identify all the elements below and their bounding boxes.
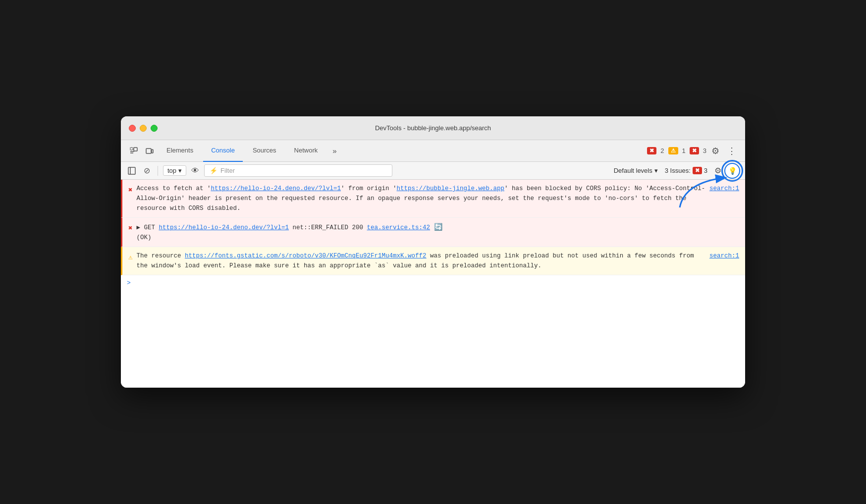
main-toolbar: Elements Console Sources Network » ✖ 2 ⚠… [121, 140, 745, 162]
svg-rect-6 [128, 167, 135, 174]
console-settings-icon[interactable]: ⚙ [714, 166, 721, 175]
device-icon[interactable] [143, 144, 157, 158]
tea-service-link[interactable]: tea.service.ts:42 [367, 224, 431, 231]
reload-icon: 🔄 [434, 223, 442, 231]
get-url-link[interactable]: https://hello-io-24.deno.dev/?lvl=1 [159, 224, 289, 231]
default-levels-selector[interactable]: Default levels ▾ [614, 167, 658, 174]
chevron-down-icon: ▾ [178, 167, 182, 174]
svg-rect-4 [146, 149, 151, 153]
minimize-button[interactable] [140, 125, 147, 132]
tab-console[interactable]: Console [203, 140, 243, 162]
issues-error-icon: ✖ [693, 167, 702, 174]
prompt-caret-icon: > [127, 279, 131, 287]
entry-text-preload: The resource https://fonts.gstatic.com/s… [136, 251, 739, 271]
ai-button-container: 💡 [724, 163, 740, 179]
title-bar: DevTools - bubble-jingle.web.app/search [121, 116, 745, 140]
cors-url-link[interactable]: https://hello-io-24.deno.dev/?lvl=1 [211, 185, 341, 192]
traffic-lights [129, 125, 158, 132]
entry-text-get: ▶ GET https://hello-io-24.deno.dev/?lvl=… [136, 222, 739, 243]
issue-count: 3 [703, 147, 706, 154]
chevron-down-icon: ▾ [654, 167, 658, 174]
error-count: 2 [660, 147, 664, 154]
console-content: ✖ Access to fetch at 'https://hello-io-2… [121, 180, 745, 388]
eye-icon[interactable]: 👁 [189, 165, 201, 177]
context-selector[interactable]: top ▾ [163, 165, 186, 176]
more-tabs-icon[interactable]: » [327, 144, 341, 158]
filter-icon: ⚡ [210, 167, 217, 174]
warn-source-link[interactable]: search:1 [709, 251, 739, 261]
console-entry-preload-warn: ⚠ The resource https://fonts.gstatic.com… [121, 247, 745, 275]
inspector-icon[interactable] [127, 144, 141, 158]
entry-text-cors: Access to fetch at 'https://hello-io-24.… [136, 184, 739, 213]
devtools-window: DevTools - bubble-jingle.web.app/search … [121, 116, 745, 388]
sidebar-toggle-icon[interactable] [126, 165, 138, 177]
console-entry-get-error: ✖ ▶ GET https://hello-io-24.deno.dev/?lv… [121, 218, 745, 247]
maximize-button[interactable] [151, 125, 158, 132]
more-options-button[interactable]: ⋮ [724, 146, 739, 156]
settings-icon[interactable]: ⚙ [708, 144, 722, 158]
close-button[interactable] [129, 125, 136, 132]
svg-rect-1 [134, 148, 137, 151]
issues-counter[interactable]: 3 Issues: ✖ 3 [661, 166, 711, 175]
error-badge[interactable]: ✖ [647, 147, 656, 154]
block-icon[interactable]: ⊘ [141, 165, 153, 177]
error-icon-2: ✖ [128, 223, 132, 234]
error-icon: ✖ [128, 185, 132, 196]
warn-count: 1 [682, 147, 686, 154]
console-prompt[interactable]: > [121, 275, 745, 291]
issue-badge[interactable]: ✖ [690, 147, 699, 154]
error-badge-group: ✖ 2 ⚠ 1 ✖ 3 [647, 147, 706, 154]
console-toolbar: ⊘ top ▾ 👁 ⚡ Filter Default levels ▾ 3 Is… [121, 162, 745, 180]
svg-rect-0 [130, 148, 133, 150]
font-url-link[interactable]: https://fonts.gstatic.com/s/roboto/v30/K… [185, 252, 427, 259]
tab-network[interactable]: Network [286, 140, 326, 162]
tab-elements[interactable]: Elements [159, 140, 201, 162]
svg-rect-5 [152, 150, 153, 153]
console-entry-cors-error: ✖ Access to fetch at 'https://hello-io-2… [121, 180, 745, 218]
window-title: DevTools - bubble-jingle.web.app/search [375, 124, 491, 132]
ai-assistant-button[interactable]: 💡 [724, 163, 740, 179]
filter-input[interactable]: ⚡ Filter [204, 164, 392, 177]
warn-icon: ⚠ [128, 252, 132, 263]
divider [158, 166, 158, 176]
tab-sources[interactable]: Sources [245, 140, 284, 162]
warn-badge[interactable]: ⚠ [668, 147, 678, 154]
origin-url-link[interactable]: https://bubble-jingle.web.app [397, 185, 505, 192]
cors-source-link[interactable]: search:1 [709, 184, 739, 194]
